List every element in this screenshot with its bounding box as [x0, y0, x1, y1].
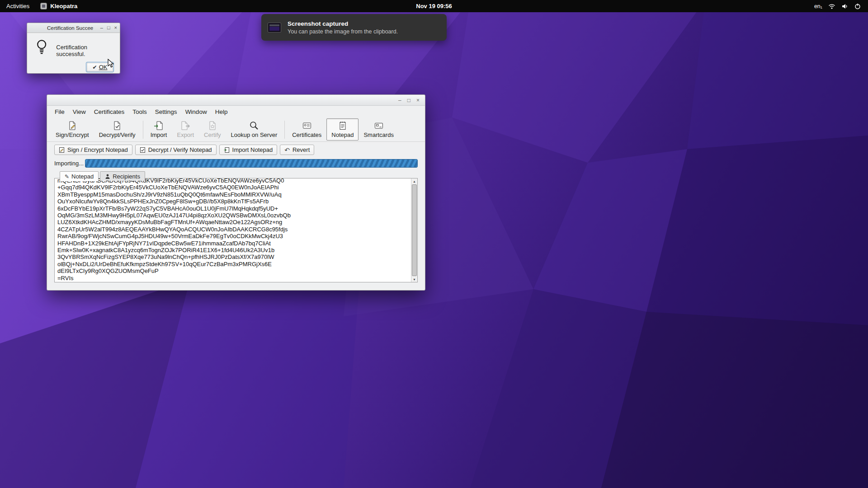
import-notepad-button[interactable]: Import Notepad: [219, 145, 278, 155]
toolbar-export: Export: [172, 118, 199, 141]
lightbulb-icon: [35, 38, 48, 56]
verify-doc-icon: [140, 147, 146, 153]
notepad-text: mQENBFtJyaABCADGq7d94QKdKV9lF2rbKiyEr45V…: [57, 178, 409, 282]
smartcard-icon: [374, 121, 384, 131]
focused-app-name: Kleopatra: [50, 3, 77, 9]
volume-icon: [841, 3, 849, 9]
menu-view[interactable]: View: [69, 107, 90, 117]
notepad-line: Emk+Slw0K+xagnatkC8A1yzcq6mTognZOJk7PORi…: [57, 247, 409, 253]
window-close-button[interactable]: ×: [416, 98, 420, 103]
notepad-action-row: Sign / Encrypt Notepad Decrypt / Verify …: [47, 142, 425, 155]
notepad-line: LUZ6XtkdKHAcZHMD/xmayyKDsMuBbFagFTMnUf+A…: [57, 219, 409, 225]
toolbar-sign-encrypt[interactable]: Sign/Encrypt: [51, 118, 94, 141]
menu-window[interactable]: Window: [181, 107, 211, 117]
menu-help[interactable]: Help: [211, 107, 232, 117]
check-icon: ✔: [93, 64, 97, 70]
notepad-line: =RVIs: [57, 275, 409, 282]
revert-button[interactable]: ↶ Revert: [280, 145, 314, 155]
notepad-line: XBmTByesppM15masDochuSh/zJ9rV9zN851uQbQ0…: [57, 191, 409, 198]
notepad-line: RwrAB/9og/FWjcNSwCumG4pJ5HDU49w+50VrmEaD…: [57, 233, 409, 239]
tab-recipients[interactable]: Recipients: [100, 171, 145, 181]
screenshot-notification[interactable]: Screenshot captured You can paste the im…: [261, 14, 447, 41]
certificates-icon: [302, 121, 312, 131]
revert-icon: ↶: [284, 147, 290, 153]
scrollbar-thumb[interactable]: [412, 184, 417, 276]
notepad-tab-bar: ✎ Notepad Recipients: [47, 168, 425, 181]
notification-body: You can paste the image from the clipboa…: [288, 28, 398, 35]
notepad-line: OuYxoNlcufwYv8Qn4kkSLsPPHExJnZ0CpegF8lSw…: [57, 198, 409, 205]
import-progress-bar: [85, 159, 418, 168]
notepad-line: 4CZATpUr5W2alT994z8AEQEAAYkBHwQYAQoACQUC…: [57, 226, 409, 233]
kleopatra-app-icon: [40, 3, 47, 9]
tab-notepad[interactable]: ✎ Notepad: [60, 171, 99, 181]
dialog-title: Certification Succee: [47, 25, 93, 31]
toolbar-separator: [143, 121, 143, 139]
power-icon: [854, 3, 861, 9]
decrypt-verify-icon: [112, 121, 122, 131]
notepad-line: HFAHDnB+1X29kEhtAjFYpRjNY71vIDqpdeCBw5wE…: [57, 240, 409, 247]
screenshot-thumbnail-icon: [268, 23, 281, 33]
import-icon: [154, 121, 164, 131]
search-icon: [249, 121, 259, 131]
gnome-top-bar: Activities Kleopatra Nov 19 09:56 en₁: [0, 0, 868, 12]
dialog-maximize-button[interactable]: □: [107, 25, 110, 30]
import-doc-icon: [224, 147, 230, 153]
toolbar-smartcards[interactable]: Smartcards: [359, 118, 398, 141]
progress-label: Importing...: [54, 160, 82, 167]
notepad-line: olBQj+NxDLi2/UrDeBhEfuKfkmpzStdeKh97SV+1…: [57, 261, 409, 267]
toolbar-certificates[interactable]: Certificates: [287, 118, 326, 141]
window-maximize-button[interactable]: □: [407, 98, 410, 103]
notepad-line: -----END PGP PUBLIC KEY BLOCK-----: [57, 282, 409, 282]
sign-encrypt-icon: [67, 121, 77, 131]
clock[interactable]: Nov 19 09:56: [416, 3, 452, 9]
notepad-line: 3QvYBRSmXqNcFizgSYEP8Xqe773uNa9lnChQn+pf…: [57, 253, 409, 260]
scroll-down-button[interactable]: ▼: [411, 277, 417, 282]
toolbar-separator: [284, 121, 285, 139]
notepad-textarea[interactable]: mQENBFtJyaABCADGq7d94QKdKV9lF2rbKiyEr45V…: [54, 178, 418, 282]
notepad-line: dEI9LTxCIy9Rg0XQGZUOMsmQeFuP: [57, 267, 409, 274]
keyboard-layout-indicator: en₁: [814, 3, 822, 9]
export-icon: [180, 121, 190, 131]
dialog-message: Certification successful.: [56, 38, 114, 57]
activities-button[interactable]: Activities: [0, 0, 36, 12]
dialog-close-button[interactable]: ×: [114, 25, 117, 30]
toolbar-notepad[interactable]: Notepad: [326, 118, 359, 141]
focused-app-indicator[interactable]: Kleopatra: [36, 3, 82, 9]
menu-file[interactable]: File: [51, 107, 69, 117]
menu-certificates[interactable]: Certificates: [90, 107, 129, 117]
sign-doc-icon: [59, 147, 65, 153]
toolbar-certify: Certify: [199, 118, 226, 141]
window-minimize-button[interactable]: –: [398, 98, 401, 103]
kleopatra-window: – □ × File View Certificates Tools Setti…: [47, 94, 425, 291]
menubar: File View Certificates Tools Settings Wi…: [47, 106, 425, 117]
notepad-icon: [338, 121, 348, 131]
vertical-scrollbar[interactable]: ▲ ▼: [411, 178, 417, 282]
notification-title: Screenshot captured: [288, 20, 398, 28]
decrypt-verify-notepad-button[interactable]: Decrypt / Verify Notepad: [135, 145, 217, 155]
toolbar-lookup-on-server[interactable]: Lookup on Server: [226, 118, 283, 141]
notepad-line: +Gqq7d94QKdKV9lF2rbKiyEr45VkCUoXeTbENQVA…: [57, 184, 409, 191]
sign-encrypt-notepad-button[interactable]: Sign / Encrypt Notepad: [54, 145, 132, 155]
import-progress-row: Importing...: [47, 155, 425, 168]
certification-dialog: Certification Succee – □ × Certification…: [27, 23, 120, 74]
menu-settings[interactable]: Settings: [151, 107, 181, 117]
toolbar: Sign/Encrypt Decrypt/Verify Import Expor…: [47, 117, 425, 142]
toolbar-import[interactable]: Import: [146, 118, 172, 141]
person-icon: [105, 174, 110, 179]
dialog-titlebar[interactable]: Certification Succee – □ ×: [27, 23, 120, 33]
pencil-icon: ✎: [65, 174, 69, 180]
dialog-minimize-button[interactable]: –: [100, 25, 103, 30]
menu-tools[interactable]: Tools: [128, 107, 151, 117]
mouse-cursor: [108, 59, 116, 69]
toolbar-decrypt-verify[interactable]: Decrypt/Verify: [94, 118, 141, 141]
wifi-icon: [828, 3, 835, 9]
notepad-line: 6xDcFBYbE19pXrTFb/Bs7yW22qS7yC5VBAHcA0ou…: [57, 205, 409, 212]
system-status-area[interactable]: en₁: [814, 0, 868, 12]
certify-icon: [208, 121, 217, 131]
window-titlebar[interactable]: – □ ×: [47, 95, 425, 106]
notepad-line: OqMG/3mSzLM3MHwy9H5pL07AqwEU0zAJ147U4pi8…: [57, 212, 409, 219]
